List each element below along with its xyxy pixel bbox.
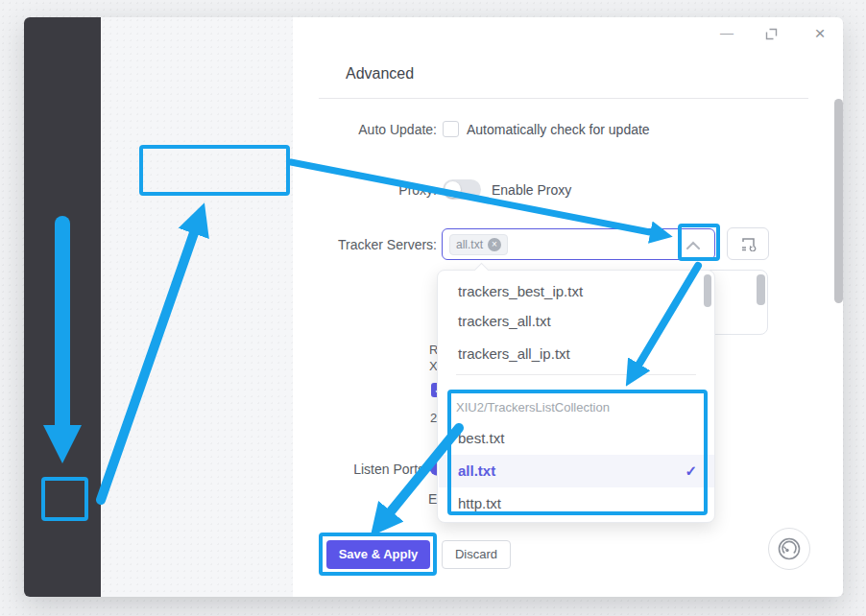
textarea-scrollbar[interactable] (757, 274, 765, 305)
dropdown-divider (456, 374, 696, 375)
annotation-box-tracker-group (447, 390, 708, 515)
listen-ports-label: Listen Ports: (353, 462, 428, 477)
restore-button[interactable] (765, 27, 778, 44)
dropdown-item[interactable]: trackers_all_ip.txt (439, 338, 714, 370)
dropdown-item[interactable]: trackers_best_ip.txt (439, 275, 714, 308)
preferences-panel (101, 17, 293, 597)
discard-button[interactable]: Discard (442, 540, 511, 569)
annotation-box-chevron (678, 224, 720, 261)
proxy-text: Enable Proxy (492, 182, 571, 198)
auto-update-checkbox[interactable] (443, 121, 459, 137)
selected-tracker-tag: all.txt × (449, 234, 508, 255)
auto-update-text: Automatically check for update (467, 122, 650, 137)
dropdown-item[interactable]: trackers_all.txt (439, 305, 714, 338)
close-icon[interactable]: × (807, 21, 832, 46)
tag-label: all.txt (456, 238, 483, 251)
screenshot-canvas: m + ? Preferences Basic (0, 0, 866, 616)
sync-trackers-button[interactable] (727, 227, 769, 260)
annotation-box-save (319, 533, 437, 576)
auto-update-label: Auto Update: (358, 122, 437, 137)
tag-close-icon[interactable]: × (488, 238, 501, 251)
speed-gauge-button[interactable] (768, 528, 810, 570)
tracker-servers-label: Tracker Servers: (338, 237, 437, 252)
page-title: Advanced (346, 65, 414, 83)
minimize-button[interactable]: — (714, 23, 739, 44)
page-scrollbar[interactable] (834, 99, 843, 303)
annotation-box-preferences-icon (41, 477, 88, 521)
dropdown-scrollbar[interactable] (704, 274, 711, 307)
proxy-toggle[interactable] (443, 179, 481, 200)
annotation-box-advanced (139, 145, 290, 196)
heading-divider (319, 98, 808, 99)
proxy-label: Proxy: (398, 182, 437, 198)
toggle-knob (445, 181, 461, 198)
hidden-text-fragment: E (428, 491, 437, 507)
